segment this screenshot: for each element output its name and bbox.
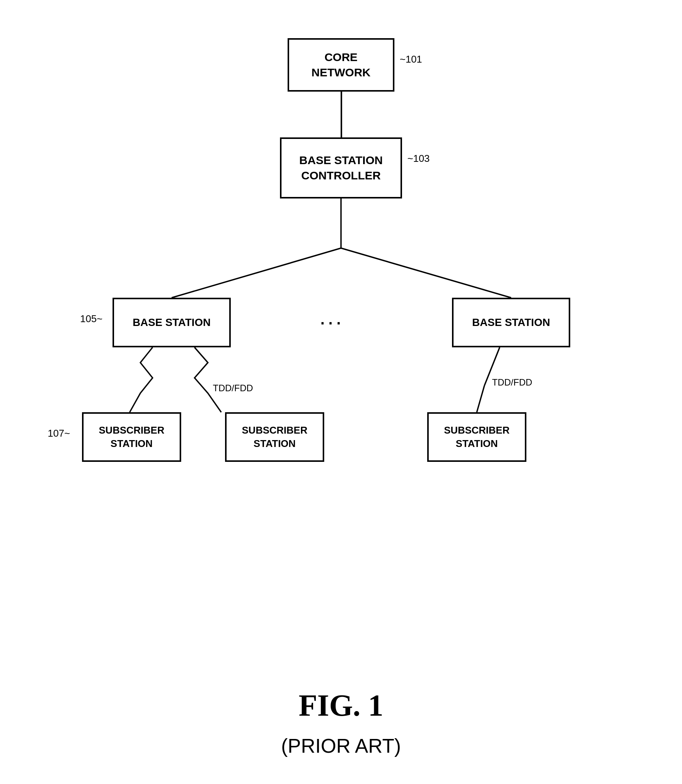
bsc-ref: ~103 (407, 153, 430, 165)
ellipsis-precise: ··· (320, 315, 344, 332)
svg-line-22 (484, 347, 500, 386)
cn-ref: ~101 (400, 53, 422, 65)
cn-box: CORENETWORK (288, 38, 394, 92)
svg-line-19 (172, 248, 341, 298)
caption-fig-precise: FIG. 1 (0, 688, 682, 723)
caption-prior-art-precise: (PRIOR ART) (0, 734, 682, 757)
sub-left-precise: SUBSCRIBERSTATION (82, 412, 181, 462)
bs-left-precise: BASE STATION (113, 298, 231, 347)
sub-left-ref: 107~ (48, 427, 70, 439)
svg-text:TDD/FDD: TDD/FDD (492, 377, 532, 387)
bs-left-ref: 105~ (80, 313, 103, 325)
bs-right-precise: BASE STATION (452, 298, 570, 347)
sub-right-precise: SUBSCRIBERSTATION (427, 412, 526, 462)
svg-text:TDD/FDD: TDD/FDD (213, 383, 253, 393)
svg-line-23 (477, 386, 484, 412)
cn-bsc-line (341, 92, 342, 137)
svg-line-20 (341, 248, 511, 298)
precise-layout: CORENETWORK ~101 BASE STATIONCONTROLLER … (0, 0, 682, 784)
sub-mid-precise: SUBSCRIBERSTATION (225, 412, 324, 462)
bsc-precise-box: BASE STATIONCONTROLLER (280, 137, 402, 198)
